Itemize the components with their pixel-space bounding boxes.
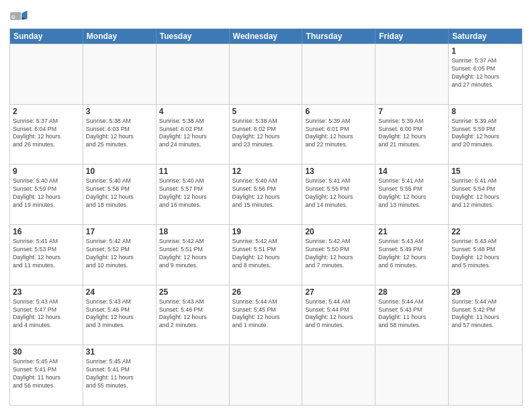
day-cell-19: 19Sunrise: 5:42 AM Sunset: 5:51 PM Dayli… xyxy=(230,225,303,285)
weekday-header-monday: Monday xyxy=(83,29,157,44)
day-info: Sunrise: 5:44 AM Sunset: 5:43 PM Dayligh… xyxy=(378,298,445,330)
week-row-1: 1Sunrise: 5:37 AM Sunset: 6:05 PM Daylig… xyxy=(10,44,522,104)
logo: G xyxy=(9,7,31,26)
week-row-5: 23Sunrise: 5:43 AM Sunset: 5:47 PM Dayli… xyxy=(10,285,522,345)
day-number: 20 xyxy=(305,227,372,236)
day-number: 13 xyxy=(305,167,372,176)
day-number: 22 xyxy=(451,227,519,236)
day-info: Sunrise: 5:40 AM Sunset: 5:57 PM Dayligh… xyxy=(159,177,226,210)
generalblue-logo-icon: G xyxy=(9,7,28,26)
day-cell-26: 26Sunrise: 5:44 AM Sunset: 5:45 PM Dayli… xyxy=(230,285,303,345)
day-cell-empty-5-2 xyxy=(157,345,230,405)
day-info: Sunrise: 5:42 AM Sunset: 5:51 PM Dayligh… xyxy=(159,238,226,270)
day-cell-21: 21Sunrise: 5:43 AM Sunset: 5:49 PM Dayli… xyxy=(375,225,449,285)
day-number: 4 xyxy=(159,107,226,116)
day-info: Sunrise: 5:37 AM Sunset: 6:04 PM Dayligh… xyxy=(13,118,80,150)
day-info: Sunrise: 5:42 AM Sunset: 5:50 PM Dayligh… xyxy=(305,238,372,270)
day-cell-20: 20Sunrise: 5:42 AM Sunset: 5:50 PM Dayli… xyxy=(302,225,375,285)
day-cell-8: 8Sunrise: 5:39 AM Sunset: 5:59 PM Daylig… xyxy=(449,105,522,165)
day-info: Sunrise: 5:43 AM Sunset: 5:47 PM Dayligh… xyxy=(13,298,80,330)
week-row-6: 30Sunrise: 5:45 AM Sunset: 5:41 PM Dayli… xyxy=(10,345,522,405)
day-cell-28: 28Sunrise: 5:44 AM Sunset: 5:43 PM Dayli… xyxy=(375,285,449,345)
day-cell-16: 16Sunrise: 5:41 AM Sunset: 5:53 PM Dayli… xyxy=(10,225,83,285)
day-number: 12 xyxy=(232,167,300,176)
day-cell-30: 30Sunrise: 5:45 AM Sunset: 5:41 PM Dayli… xyxy=(10,345,83,405)
day-info: Sunrise: 5:42 AM Sunset: 5:52 PM Dayligh… xyxy=(86,238,153,270)
day-cell-empty-0-2 xyxy=(157,44,230,104)
day-info: Sunrise: 5:38 AM Sunset: 6:03 PM Dayligh… xyxy=(86,118,153,150)
day-info: Sunrise: 5:42 AM Sunset: 5:51 PM Dayligh… xyxy=(232,238,300,270)
day-number: 15 xyxy=(451,167,519,176)
day-number: 27 xyxy=(305,287,372,297)
week-row-3: 9Sunrise: 5:40 AM Sunset: 5:59 PM Daylig… xyxy=(10,164,522,224)
day-info: Sunrise: 5:41 AM Sunset: 5:55 PM Dayligh… xyxy=(378,177,445,210)
day-cell-25: 25Sunrise: 5:43 AM Sunset: 5:46 PM Dayli… xyxy=(157,285,230,345)
day-cell-empty-5-6 xyxy=(449,345,522,405)
day-cell-5: 5Sunrise: 5:38 AM Sunset: 6:02 PM Daylig… xyxy=(230,105,303,165)
day-number: 3 xyxy=(86,107,153,116)
day-info: Sunrise: 5:39 AM Sunset: 6:01 PM Dayligh… xyxy=(305,118,372,150)
day-cell-22: 22Sunrise: 5:43 AM Sunset: 5:48 PM Dayli… xyxy=(449,225,522,285)
day-info: Sunrise: 5:41 AM Sunset: 5:55 PM Dayligh… xyxy=(305,177,372,210)
day-cell-3: 3Sunrise: 5:38 AM Sunset: 6:03 PM Daylig… xyxy=(83,105,157,165)
day-number: 6 xyxy=(305,107,372,116)
day-cell-9: 9Sunrise: 5:40 AM Sunset: 5:59 PM Daylig… xyxy=(10,165,83,224)
day-info: Sunrise: 5:40 AM Sunset: 5:59 PM Dayligh… xyxy=(13,177,80,210)
day-cell-empty-0-1 xyxy=(83,44,157,104)
day-number: 9 xyxy=(13,167,80,176)
day-number: 19 xyxy=(232,227,300,236)
day-cell-1: 1Sunrise: 5:37 AM Sunset: 6:05 PM Daylig… xyxy=(449,44,522,104)
calendar-body: 1Sunrise: 5:37 AM Sunset: 6:05 PM Daylig… xyxy=(10,44,522,405)
day-info: Sunrise: 5:38 AM Sunset: 6:02 PM Dayligh… xyxy=(232,118,300,150)
day-number: 25 xyxy=(159,287,226,297)
week-row-2: 2Sunrise: 5:37 AM Sunset: 6:04 PM Daylig… xyxy=(10,104,522,165)
day-cell-11: 11Sunrise: 5:40 AM Sunset: 5:57 PM Dayli… xyxy=(157,165,230,224)
day-cell-2: 2Sunrise: 5:37 AM Sunset: 6:04 PM Daylig… xyxy=(10,105,83,165)
day-number: 5 xyxy=(232,107,300,116)
day-cell-7: 7Sunrise: 5:39 AM Sunset: 6:00 PM Daylig… xyxy=(375,105,449,165)
day-cell-empty-5-4 xyxy=(302,345,375,405)
day-cell-empty-0-5 xyxy=(375,44,449,104)
day-cell-10: 10Sunrise: 5:40 AM Sunset: 5:58 PM Dayli… xyxy=(83,165,157,224)
day-info: Sunrise: 5:44 AM Sunset: 5:42 PM Dayligh… xyxy=(451,298,519,330)
day-number: 16 xyxy=(13,227,80,236)
day-info: Sunrise: 5:39 AM Sunset: 5:59 PM Dayligh… xyxy=(451,118,519,150)
day-info: Sunrise: 5:45 AM Sunset: 5:41 PM Dayligh… xyxy=(86,358,153,390)
day-number: 30 xyxy=(13,347,80,357)
day-info: Sunrise: 5:41 AM Sunset: 5:53 PM Dayligh… xyxy=(13,238,80,270)
day-cell-13: 13Sunrise: 5:41 AM Sunset: 5:55 PM Dayli… xyxy=(302,165,375,224)
day-number: 8 xyxy=(451,107,519,116)
svg-text:G: G xyxy=(11,14,15,20)
day-cell-empty-0-4 xyxy=(302,44,375,104)
day-number: 29 xyxy=(451,287,519,297)
day-info: Sunrise: 5:37 AM Sunset: 6:05 PM Dayligh… xyxy=(451,57,519,89)
day-cell-18: 18Sunrise: 5:42 AM Sunset: 5:51 PM Dayli… xyxy=(157,225,230,285)
day-info: Sunrise: 5:40 AM Sunset: 5:56 PM Dayligh… xyxy=(232,177,300,210)
week-row-4: 16Sunrise: 5:41 AM Sunset: 5:53 PM Dayli… xyxy=(10,224,522,285)
day-cell-empty-0-0 xyxy=(10,44,83,104)
day-cell-29: 29Sunrise: 5:44 AM Sunset: 5:42 PM Dayli… xyxy=(449,285,522,345)
day-number: 26 xyxy=(232,287,300,297)
calendar-header: SundayMondayTuesdayWednesdayThursdayFrid… xyxy=(10,29,522,44)
day-cell-31: 31Sunrise: 5:45 AM Sunset: 5:41 PM Dayli… xyxy=(83,345,157,405)
day-cell-27: 27Sunrise: 5:44 AM Sunset: 5:44 PM Dayli… xyxy=(302,285,375,345)
day-cell-14: 14Sunrise: 5:41 AM Sunset: 5:55 PM Dayli… xyxy=(375,165,449,224)
weekday-header-wednesday: Wednesday xyxy=(230,29,303,44)
weekday-header-thursday: Thursday xyxy=(302,29,375,44)
day-number: 10 xyxy=(86,167,153,176)
day-cell-24: 24Sunrise: 5:43 AM Sunset: 5:46 PM Dayli… xyxy=(83,285,157,345)
day-cell-15: 15Sunrise: 5:41 AM Sunset: 5:54 PM Dayli… xyxy=(449,165,522,224)
day-number: 7 xyxy=(378,107,445,116)
header: G xyxy=(9,7,523,26)
weekday-header-tuesday: Tuesday xyxy=(157,29,230,44)
day-number: 14 xyxy=(378,167,445,176)
weekday-header-sunday: Sunday xyxy=(10,29,83,44)
day-cell-empty-5-5 xyxy=(375,345,449,405)
day-cell-4: 4Sunrise: 5:38 AM Sunset: 6:02 PM Daylig… xyxy=(157,105,230,165)
page: G SundayMondayTuesdayWednesdayThursdayFr… xyxy=(0,0,532,411)
day-info: Sunrise: 5:43 AM Sunset: 5:46 PM Dayligh… xyxy=(86,298,153,330)
day-info: Sunrise: 5:43 AM Sunset: 5:48 PM Dayligh… xyxy=(451,238,519,270)
day-info: Sunrise: 5:40 AM Sunset: 5:58 PM Dayligh… xyxy=(86,177,153,210)
day-info: Sunrise: 5:43 AM Sunset: 5:49 PM Dayligh… xyxy=(378,238,445,270)
day-cell-6: 6Sunrise: 5:39 AM Sunset: 6:01 PM Daylig… xyxy=(302,105,375,165)
